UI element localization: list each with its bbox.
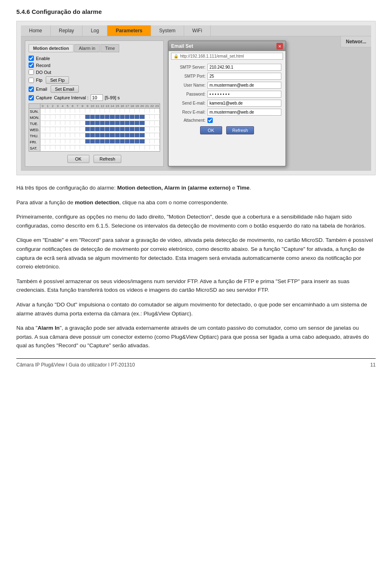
- time-cell[interactable]: [56, 139, 60, 143]
- time-cell[interactable]: [80, 145, 85, 150]
- time-cell[interactable]: [40, 139, 45, 143]
- popup-ok-button[interactable]: OK: [200, 126, 222, 134]
- time-cell[interactable]: [70, 127, 75, 131]
- time-cell[interactable]: [125, 127, 130, 131]
- time-cell[interactable]: [90, 127, 95, 131]
- time-cell[interactable]: [155, 127, 160, 131]
- checkbox-record-input[interactable]: [29, 63, 34, 68]
- time-cell[interactable]: [140, 139, 145, 143]
- user-name-input[interactable]: [207, 82, 281, 89]
- time-cell[interactable]: [150, 133, 155, 137]
- time-cell[interactable]: [155, 133, 160, 137]
- time-cell[interactable]: [135, 127, 140, 131]
- time-cell[interactable]: [80, 139, 85, 143]
- panel-refresh-button[interactable]: Refresh: [94, 155, 122, 163]
- checkbox-ftp-input[interactable]: [29, 78, 34, 83]
- time-cell[interactable]: [40, 109, 45, 113]
- time-cell[interactable]: [60, 121, 65, 125]
- time-cell[interactable]: [56, 115, 60, 119]
- time-cell[interactable]: [120, 121, 125, 125]
- checkbox-record[interactable]: Record: [29, 63, 160, 68]
- time-cell[interactable]: [115, 145, 120, 150]
- time-cell[interactable]: [145, 133, 150, 137]
- time-cell[interactable]: [145, 127, 150, 131]
- time-cell[interactable]: [110, 127, 115, 131]
- time-cell[interactable]: [130, 133, 135, 137]
- time-cell[interactable]: [80, 109, 85, 113]
- time-cell[interactable]: [155, 139, 160, 143]
- time-cell[interactable]: [45, 109, 50, 113]
- time-cell[interactable]: [150, 115, 155, 119]
- time-cell[interactable]: [85, 109, 90, 113]
- checkbox-doout-input[interactable]: [29, 69, 34, 75]
- smtp-port-input[interactable]: [207, 73, 281, 80]
- time-cell[interactable]: [110, 115, 115, 119]
- time-cell[interactable]: [125, 139, 130, 143]
- time-cell[interactable]: [40, 145, 45, 150]
- time-cell[interactable]: [56, 121, 60, 125]
- time-cell[interactable]: [65, 121, 70, 125]
- time-cell[interactable]: [125, 145, 130, 150]
- time-cell[interactable]: [70, 133, 75, 137]
- time-cell[interactable]: [140, 121, 145, 125]
- time-cell[interactable]: [150, 139, 155, 143]
- time-cell[interactable]: [130, 109, 135, 113]
- checkbox-ftp[interactable]: Ftp: [29, 78, 42, 83]
- time-cell[interactable]: [85, 115, 90, 119]
- time-cell[interactable]: [105, 133, 110, 137]
- time-cell[interactable]: [50, 145, 55, 150]
- time-cell[interactable]: [85, 121, 90, 125]
- time-cell[interactable]: [135, 109, 140, 113]
- panel-tab-motion[interactable]: Motion detection: [29, 44, 74, 52]
- set-email-button[interactable]: Set Email: [51, 85, 79, 93]
- time-cell[interactable]: [75, 109, 80, 113]
- time-cell[interactable]: [85, 127, 90, 131]
- time-cell[interactable]: [95, 127, 100, 131]
- time-cell[interactable]: [105, 115, 110, 119]
- time-cell[interactable]: [45, 121, 50, 125]
- time-cell[interactable]: [140, 127, 145, 131]
- time-cell[interactable]: [115, 139, 120, 143]
- nav-tab-replay[interactable]: Replay: [51, 25, 82, 36]
- time-cell[interactable]: [80, 121, 85, 125]
- time-cell[interactable]: [125, 109, 130, 113]
- time-cell[interactable]: [56, 133, 60, 137]
- time-cell[interactable]: [130, 139, 135, 143]
- time-cell[interactable]: [50, 139, 55, 143]
- time-cell[interactable]: [125, 121, 130, 125]
- time-cell[interactable]: [45, 133, 50, 137]
- time-cell[interactable]: [80, 133, 85, 137]
- time-cell[interactable]: [85, 145, 90, 150]
- time-cell[interactable]: [90, 115, 95, 119]
- time-cell[interactable]: [80, 127, 85, 131]
- time-cell[interactable]: [145, 121, 150, 125]
- time-cell[interactable]: [56, 109, 60, 113]
- time-cell[interactable]: [40, 133, 45, 137]
- recv-email-input[interactable]: [207, 109, 281, 116]
- time-cell[interactable]: [110, 139, 115, 143]
- time-cell[interactable]: [140, 145, 145, 150]
- time-cell[interactable]: [145, 115, 150, 119]
- time-cell[interactable]: [120, 145, 125, 150]
- time-cell[interactable]: [110, 145, 115, 150]
- time-cell[interactable]: [150, 121, 155, 125]
- time-cell[interactable]: [50, 121, 55, 125]
- popup-close-button[interactable]: ✕: [276, 43, 283, 49]
- time-cell[interactable]: [115, 121, 120, 125]
- time-cell[interactable]: [120, 115, 125, 119]
- time-cell[interactable]: [120, 139, 125, 143]
- time-cell[interactable]: [60, 133, 65, 137]
- time-cell[interactable]: [50, 115, 55, 119]
- time-cell[interactable]: [95, 109, 100, 113]
- time-cell[interactable]: [40, 127, 45, 131]
- time-cell[interactable]: [105, 121, 110, 125]
- time-cell[interactable]: [56, 127, 60, 131]
- time-cell[interactable]: [110, 109, 115, 113]
- time-cell[interactable]: [60, 139, 65, 143]
- smtp-server-input[interactable]: [207, 64, 281, 71]
- time-cell[interactable]: [155, 115, 160, 119]
- checkbox-enable[interactable]: Enable: [29, 56, 160, 61]
- time-cell[interactable]: [115, 133, 120, 137]
- time-cell[interactable]: [45, 139, 50, 143]
- time-cell[interactable]: [85, 133, 90, 137]
